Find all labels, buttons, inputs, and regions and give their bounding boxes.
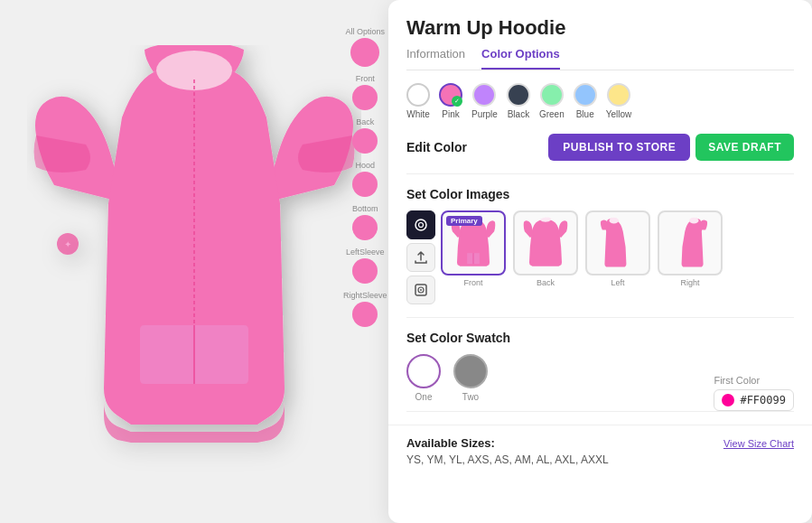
edit-color-row: Edit Color PUBLISH TO STORE SAVE DRAFT [406, 134, 794, 161]
upload-tool-btn[interactable] [406, 243, 435, 272]
image-thumb-left[interactable]: Left [585, 210, 650, 287]
swatch-picker-one[interactable]: One [406, 354, 441, 402]
color-hex-input[interactable]: #FF0099 [714, 389, 794, 411]
sidebar-item-bottom[interactable]: Bottom [352, 204, 378, 246]
image-thumb-box-right[interactable] [658, 210, 723, 276]
divider-2 [406, 317, 794, 318]
image-thumb-front[interactable]: Primary Front [441, 210, 506, 287]
image-thumb-label-front: Front [463, 278, 482, 287]
color-swatch-purple[interactable]: Purple [471, 83, 498, 119]
tabs-row: Information Color Options [406, 47, 794, 70]
sidebar-item-front[interactable]: Front [352, 74, 378, 116]
sidebar-item-rightsleeve[interactable]: RightSleeve [343, 291, 387, 332]
color-images-title: Set Color Images [406, 187, 794, 201]
color-swatch-title: Set Color Swatch [406, 331, 794, 345]
color-hex-dot [722, 394, 734, 406]
sidebar-column: All Options Front Back Hood Bottom LeftS… [343, 27, 387, 334]
swatch-circle-two[interactable] [453, 354, 488, 388]
swatch-circle-one[interactable] [406, 354, 441, 388]
image-thumbnails-list: Primary Front [441, 210, 794, 287]
save-draft-button[interactable]: SAVE DRAFT [695, 134, 794, 161]
sidebar-circle-back[interactable] [352, 128, 378, 154]
divider-3 [406, 411, 794, 412]
color-hex-value: #FF0099 [740, 394, 786, 406]
screenshot-tool-btn[interactable] [406, 276, 435, 304]
swatch-circle-black[interactable] [507, 83, 530, 107]
svg-text:✦: ✦ [64, 239, 71, 249]
sizes-title: Available Sizes: [406, 436, 495, 450]
image-thumb-box-back[interactable] [513, 210, 578, 276]
swatch-label-one: One [415, 392, 433, 402]
image-thumb-box-front[interactable]: Primary [441, 210, 506, 276]
hoodie-area: All Options Front Back Hood Bottom LeftS… [0, 0, 388, 523]
color-swatch-pink[interactable]: ✓ Pink [439, 83, 462, 119]
color-options-section: White ✓ Pink Purple Black [388, 70, 812, 173]
right-panel: Warm Up Hoodie Information Color Options… [388, 0, 812, 523]
image-thumb-label-back: Back [537, 278, 555, 287]
swatch-circle-yellow[interactable] [607, 83, 630, 107]
color-swatch-section: Set Color Swatch One Two First [388, 331, 812, 411]
image-thumb-right[interactable]: Right [658, 210, 723, 287]
hoodie-illustration: ✦ [27, 45, 361, 479]
swatch-pickers: One Two [406, 354, 488, 402]
sizes-header: Available Sizes: View Size Chart [406, 436, 794, 450]
color-swatch-yellow[interactable]: Yellow [606, 83, 632, 119]
sidebar-item-all-options[interactable]: All Options [346, 27, 386, 72]
sidebar-circle-hood[interactable] [352, 172, 378, 197]
svg-point-0 [156, 51, 232, 90]
selected-check: ✓ [452, 96, 462, 107]
svg-point-5 [415, 219, 426, 230]
sizes-list: YS, YM, YL, AXS, AS, AM, AL, AXL, AXXL [406, 453, 794, 466]
swatch-row-inner: One Two First Color #FF0099 [406, 354, 794, 411]
color-images-row: Primary Front [406, 210, 794, 304]
sidebar-circle-leftsleeve[interactable] [352, 258, 378, 284]
image-thumb-back[interactable]: Back [513, 210, 578, 287]
color-images-section: Set Color Images [388, 187, 812, 317]
camera-tool-btn[interactable] [406, 210, 435, 239]
view-size-chart-link[interactable]: View Size Chart [723, 438, 794, 449]
swatch-circle-purple[interactable] [472, 83, 496, 107]
first-color-label: First Color [714, 375, 794, 386]
action-buttons: PUBLISH TO STORE SAVE DRAFT [548, 134, 794, 161]
swatch-circle-pink[interactable]: ✓ [439, 83, 462, 107]
color-swatches-row: White ✓ Pink Purple Black [406, 83, 794, 119]
publish-to-store-button[interactable]: PUBLISH TO STORE [548, 134, 690, 161]
available-sizes-section: Available Sizes: View Size Chart YS, YM,… [388, 425, 812, 481]
sidebar-circle-all[interactable] [350, 38, 379, 67]
image-tools [406, 210, 435, 304]
tab-information[interactable]: Information [406, 47, 465, 70]
tab-color-options[interactable]: Color Options [481, 47, 560, 70]
main-container: All Options Front Back Hood Bottom LeftS… [0, 0, 812, 523]
color-swatch-white[interactable]: White [406, 83, 430, 119]
panel-header: Warm Up Hoodie Information Color Options [388, 0, 812, 70]
sidebar-item-back[interactable]: Back [352, 117, 378, 159]
swatch-circle-green[interactable] [540, 83, 564, 107]
swatch-circle-blue[interactable] [574, 83, 597, 107]
primary-badge: Primary [446, 216, 482, 226]
color-swatch-green[interactable]: Green [539, 83, 565, 119]
svg-point-6 [419, 223, 424, 228]
sidebar-circle-rightsleeve[interactable] [352, 302, 378, 327]
color-swatch-blue[interactable]: Blue [574, 83, 597, 119]
color-swatch-black[interactable]: Black [507, 83, 530, 119]
svg-point-12 [610, 218, 619, 224]
product-title: Warm Up Hoodie [406, 16, 794, 40]
image-thumb-label-left: Left [611, 278, 624, 287]
swatch-label-two: Two [462, 392, 479, 402]
swatch-circle-white[interactable] [406, 83, 430, 107]
edit-color-label: Edit Color [406, 140, 467, 154]
sidebar-circle-front[interactable] [352, 85, 378, 110]
divider-1 [406, 173, 794, 174]
sidebar-item-leftsleeve[interactable]: LeftSleeve [346, 247, 385, 289]
image-thumb-box-left[interactable] [585, 210, 650, 276]
sidebar-circle-bottom[interactable] [352, 215, 378, 240]
sidebar-item-hood[interactable]: Hood [352, 161, 378, 202]
svg-point-9 [420, 289, 422, 291]
first-color-box: First Color #FF0099 [714, 375, 794, 411]
svg-point-13 [689, 218, 698, 224]
swatch-picker-two[interactable]: Two [453, 354, 488, 402]
image-thumb-label-right: Right [680, 278, 699, 287]
